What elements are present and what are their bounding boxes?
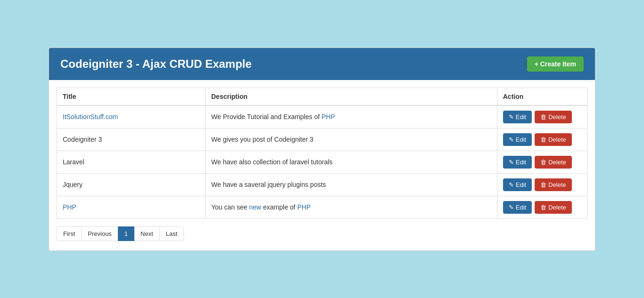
pagination-last[interactable]: Last bbox=[159, 226, 184, 241]
create-item-button[interactable]: + Create Item bbox=[527, 56, 584, 72]
cell-description: We have also collection of laravel tutor… bbox=[206, 151, 497, 173]
pencil-icon: ✎ bbox=[509, 113, 514, 121]
cell-title: Codeigniter 3 bbox=[57, 128, 206, 151]
cell-action: ✎ Edit🗑 Delete bbox=[497, 151, 587, 173]
edit-button[interactable]: ✎ Edit bbox=[503, 156, 532, 169]
trash-icon: 🗑 bbox=[540, 113, 546, 121]
pencil-icon: ✎ bbox=[509, 136, 514, 143]
action-buttons: ✎ Edit🗑 Delete bbox=[503, 133, 581, 146]
edit-button[interactable]: ✎ Edit bbox=[503, 178, 532, 191]
trash-icon: 🗑 bbox=[540, 181, 546, 188]
pencil-icon: ✎ bbox=[509, 159, 514, 166]
cell-action: ✎ Edit🗑 Delete bbox=[497, 105, 587, 129]
delete-button[interactable]: 🗑 Delete bbox=[535, 111, 572, 123]
delete-button[interactable]: 🗑 Delete bbox=[535, 201, 572, 214]
cell-description: You can see new example of PHP bbox=[206, 196, 497, 218]
desc-link-new[interactable]: new bbox=[249, 203, 261, 211]
pagination-next[interactable]: Next bbox=[134, 226, 160, 241]
table-header-row: Title Description Action bbox=[57, 88, 587, 105]
action-buttons: ✎ Edit🗑 Delete bbox=[503, 156, 581, 169]
trash-icon: 🗑 bbox=[540, 204, 546, 211]
title-link[interactable]: ItSolutionStuff.com bbox=[63, 113, 118, 121]
desc-link-php2[interactable]: PHP bbox=[297, 203, 311, 211]
table-wrapper: Title Description Action ItSolutionStuff… bbox=[49, 80, 595, 250]
delete-button[interactable]: 🗑 Delete bbox=[535, 156, 572, 169]
edit-button[interactable]: ✎ Edit bbox=[503, 133, 532, 146]
pagination-first[interactable]: First bbox=[57, 226, 82, 241]
table-row: PHPYou can see new example of PHP✎ Edit🗑… bbox=[57, 196, 587, 218]
action-buttons: ✎ Edit🗑 Delete bbox=[503, 111, 581, 123]
cell-action: ✎ Edit🗑 Delete bbox=[497, 196, 587, 218]
cell-title: Jquery bbox=[57, 173, 206, 196]
page-title: Codeigniter 3 - Ajax CRUD Example bbox=[60, 57, 252, 71]
action-buttons: ✎ Edit🗑 Delete bbox=[503, 178, 581, 191]
desc-link-php[interactable]: PHP bbox=[322, 113, 335, 121]
cell-action: ✎ Edit🗑 Delete bbox=[497, 128, 587, 151]
edit-button[interactable]: ✎ Edit bbox=[503, 201, 532, 214]
cell-description: We Provide Tutorial and Examples of PHP bbox=[206, 105, 497, 129]
pagination-previous[interactable]: Previous bbox=[81, 226, 118, 241]
delete-button[interactable]: 🗑 Delete bbox=[535, 133, 572, 146]
pagination-page-1[interactable]: 1 bbox=[118, 226, 134, 241]
trash-icon: 🗑 bbox=[540, 136, 546, 143]
col-header-title: Title bbox=[57, 88, 206, 105]
edit-button[interactable]: ✎ Edit bbox=[503, 111, 532, 123]
table-row: LaravelWe have also collection of larave… bbox=[57, 151, 587, 173]
cell-title: Laravel bbox=[57, 151, 206, 173]
pencil-icon: ✎ bbox=[509, 204, 514, 211]
header: Codeigniter 3 - Ajax CRUD Example + Crea… bbox=[49, 48, 595, 80]
trash-icon: 🗑 bbox=[540, 159, 546, 166]
table-row: Codeigniter 3We gives you post of Codeig… bbox=[57, 128, 587, 151]
table-row: JqueryWe have a saveral jquery plugins p… bbox=[57, 173, 587, 196]
col-header-description: Description bbox=[206, 88, 497, 105]
items-table: Title Description Action ItSolutionStuff… bbox=[57, 88, 587, 219]
delete-button[interactable]: 🗑 Delete bbox=[535, 178, 572, 191]
main-container: Codeigniter 3 - Ajax CRUD Example + Crea… bbox=[49, 48, 595, 251]
cell-description: We gives you post of Codeigniter 3 bbox=[206, 128, 497, 151]
cell-action: ✎ Edit🗑 Delete bbox=[497, 173, 587, 196]
col-header-action: Action bbox=[497, 88, 587, 105]
cell-description: We have a saveral jquery plugins posts bbox=[206, 173, 497, 196]
cell-title: PHP bbox=[57, 196, 206, 218]
pagination: First Previous 1 Next Last bbox=[57, 226, 587, 241]
pencil-icon: ✎ bbox=[509, 181, 514, 188]
title-link[interactable]: PHP bbox=[63, 203, 76, 211]
action-buttons: ✎ Edit🗑 Delete bbox=[503, 201, 581, 214]
table-row: ItSolutionStuff.comWe Provide Tutorial a… bbox=[57, 105, 587, 129]
cell-title: ItSolutionStuff.com bbox=[57, 105, 206, 129]
